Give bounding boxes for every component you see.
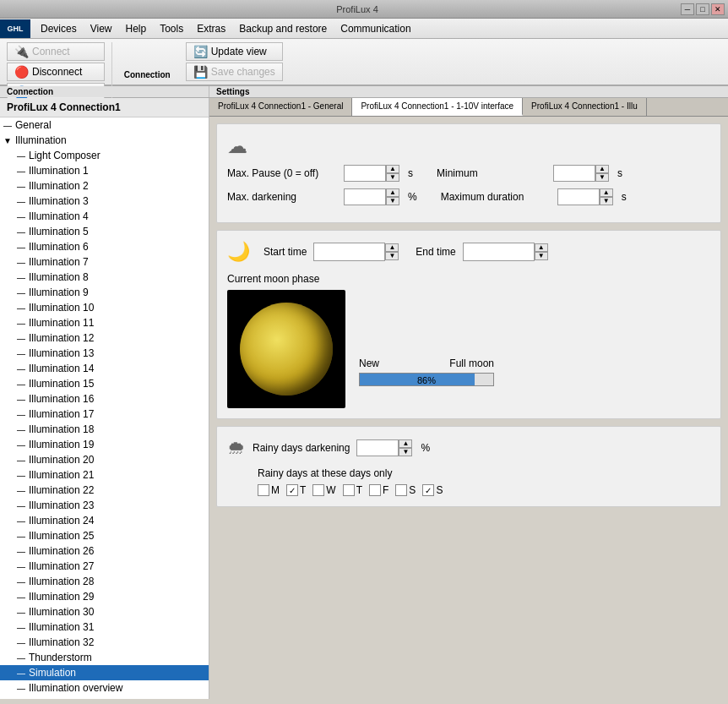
max-pause-input[interactable]: 100 ▲ ▼	[344, 165, 399, 182]
sidebar-item-illumination-overview[interactable]: —Illumination overview	[0, 680, 209, 696]
sidebar-item-illumination-14[interactable]: —Illumination 14	[0, 361, 209, 376]
tree-expand: —	[17, 410, 27, 419]
sidebar-item-illumination-5[interactable]: —Illumination 5	[0, 224, 209, 239]
sidebar-item-illumination-29[interactable]: —Illumination 29	[0, 589, 209, 604]
menu-help[interactable]: Help	[118, 19, 153, 39]
end-time-input[interactable]: 5:00:00 AM	[463, 243, 535, 261]
sidebar-item-simulation[interactable]: —Simulation	[0, 665, 209, 680]
sidebar-item-illumination-22[interactable]: —Illumination 22	[0, 483, 209, 498]
minimum-up[interactable]: ▲	[595, 165, 609, 173]
sidebar-item-illumination-21[interactable]: —Illumination 21	[0, 467, 209, 483]
max-darkening-input[interactable]: 70 ▲ ▼	[344, 188, 399, 205]
rainy-days-input[interactable]: 40 ▲ ▼	[356, 439, 412, 456]
rainy-days-down[interactable]: ▼	[399, 448, 412, 456]
save-changes-button[interactable]: 💾 Save changes	[186, 63, 283, 81]
disconnect-icon: 🔴	[14, 65, 29, 79]
end-time-up[interactable]: ▲	[535, 243, 548, 252]
sidebar-item-illumination-17[interactable]: —Illumination 17	[0, 407, 209, 422]
tree-expand: —	[17, 379, 27, 389]
sidebar-item-label: Illumination 8	[27, 270, 90, 284]
sidebar-item-illumination-19[interactable]: —Illumination 19	[0, 437, 209, 452]
sidebar-item-illumination-23[interactable]: —Illumination 23	[0, 498, 209, 513]
day-checkbox-1[interactable]: ✓	[286, 484, 298, 496]
max-pause-down[interactable]: ▼	[386, 173, 399, 182]
day-checkbox-4[interactable]	[369, 484, 381, 496]
minimum-value[interactable]: 3	[553, 165, 595, 182]
sidebar-item-illumination-10[interactable]: —Illumination 10	[0, 300, 209, 315]
disconnect-button[interactable]: 🔴 Disconnect	[7, 63, 105, 81]
max-darkening-down[interactable]: ▼	[386, 197, 399, 205]
day-label-0: M	[271, 484, 280, 496]
sidebar-item-thunderstorm[interactable]: —Thunderstorm	[0, 650, 209, 665]
minimum-input[interactable]: 3 ▲ ▼	[553, 165, 609, 182]
minimize-button[interactable]: ─	[681, 3, 694, 15]
moon-image	[227, 290, 345, 408]
day-checkbox-6[interactable]: ✓	[422, 484, 434, 496]
sidebar-item-illumination-28[interactable]: —Illumination 28	[0, 574, 209, 589]
start-time-input[interactable]: 7:00:00 PM	[313, 243, 385, 261]
tab-illu[interactable]: ProfiLux 4 Connection1 - Illu	[523, 98, 647, 116]
sidebar-item-label: Illumination overview	[27, 681, 124, 695]
close-button[interactable]: ✕	[711, 3, 725, 15]
sidebar-item-illumination-32[interactable]: —Illumination 32	[0, 635, 209, 650]
day-checkbox-3[interactable]	[343, 484, 355, 496]
rainy-days-up[interactable]: ▲	[399, 439, 412, 448]
menu-extras[interactable]: Extras	[190, 19, 232, 39]
sidebar-item-illumination-4[interactable]: —Illumination 4	[0, 209, 209, 224]
menu-devices[interactable]: Devices	[34, 19, 84, 39]
sidebar-item-illumination-12[interactable]: —Illumination 12	[0, 330, 209, 346]
day-checkbox-2[interactable]	[312, 484, 324, 496]
start-time-up[interactable]: ▲	[385, 243, 399, 252]
sidebar-item-illumination-9[interactable]: —Illumination 9	[0, 285, 209, 300]
max-darkening-up[interactable]: ▲	[386, 188, 399, 197]
sidebar-item-illumination-30[interactable]: —Illumination 30	[0, 604, 209, 619]
sidebar-item-illumination-2[interactable]: —Illumination 2	[0, 178, 209, 194]
menu-tools[interactable]: Tools	[153, 19, 190, 39]
tab-general[interactable]: ProfiLux 4 Connection1 - General	[209, 98, 352, 116]
sidebar-item-illumination-8[interactable]: —Illumination 8	[0, 270, 209, 285]
sidebar-item-illumination-3[interactable]: —Illumination 3	[0, 194, 209, 209]
max-pause-value[interactable]: 100	[344, 165, 386, 182]
moon-new-label: New	[359, 357, 379, 369]
start-time-down[interactable]: ▼	[385, 252, 399, 260]
sidebar-item-illumination-11[interactable]: —Illumination 11	[0, 315, 209, 330]
tab-1-10v[interactable]: ProfiLux 4 Connection1 - 1-10V interface	[352, 98, 523, 116]
sidebar-item-illumination-31[interactable]: —Illumination 31	[0, 619, 209, 635]
end-time-input-group[interactable]: 5:00:00 AM ▲ ▼	[463, 243, 548, 261]
sidebar-item-illumination-16[interactable]: —Illumination 16	[0, 391, 209, 407]
sidebar-item-illumination-27[interactable]: —Illumination 27	[0, 559, 209, 574]
max-darkening-value[interactable]: 70	[344, 188, 386, 205]
sidebar-item-illumination-1[interactable]: —Illumination 1	[0, 163, 209, 178]
rainy-days-value[interactable]: 40	[356, 439, 399, 456]
update-view-button[interactable]: 🔄 Update view	[186, 42, 283, 61]
sidebar-item-illumination-15[interactable]: —Illumination 15	[0, 376, 209, 391]
sidebar-item-illumination-24[interactable]: —Illumination 24	[0, 513, 209, 528]
max-pause-up[interactable]: ▲	[386, 165, 399, 173]
menu-view[interactable]: View	[84, 19, 119, 39]
menu-communication[interactable]: Communication	[334, 19, 417, 39]
max-duration-value[interactable]: 30	[557, 188, 600, 205]
sidebar-item-illumination-6[interactable]: —Illumination 6	[0, 239, 209, 254]
max-duration-down[interactable]: ▼	[600, 197, 613, 205]
max-duration-input[interactable]: 30 ▲ ▼	[557, 188, 613, 205]
sidebar-item-light-composer[interactable]: —Light Composer	[0, 148, 209, 163]
day-checkbox-0[interactable]	[258, 484, 269, 496]
menu-backup[interactable]: Backup and restore	[232, 19, 334, 39]
start-time-input-group[interactable]: 7:00:00 PM ▲ ▼	[313, 243, 399, 261]
max-duration-up[interactable]: ▲	[600, 188, 613, 197]
sidebar-item-illumination-20[interactable]: —Illumination 20	[0, 452, 209, 467]
minimum-unit: s	[617, 167, 622, 179]
sidebar-item-illumination-7[interactable]: —Illumination 7	[0, 254, 209, 270]
sidebar-item-illumination[interactable]: ▼Illumination	[0, 133, 209, 148]
sidebar-item-illumination-25[interactable]: —Illumination 25	[0, 528, 209, 543]
maximize-button[interactable]: □	[696, 3, 709, 15]
connect-button[interactable]: 🔌 Connect	[7, 42, 105, 61]
end-time-down[interactable]: ▼	[535, 252, 548, 260]
minimum-down[interactable]: ▼	[595, 173, 609, 182]
sidebar-item-label: Illumination 5	[27, 225, 90, 238]
sidebar-item-illumination-13[interactable]: —Illumination 13	[0, 346, 209, 361]
sidebar-item-general[interactable]: —General	[0, 117, 209, 133]
sidebar-item-illumination-18[interactable]: —Illumination 18	[0, 422, 209, 437]
sidebar-item-illumination-26[interactable]: —Illumination 26	[0, 543, 209, 559]
day-checkbox-5[interactable]	[395, 484, 407, 496]
